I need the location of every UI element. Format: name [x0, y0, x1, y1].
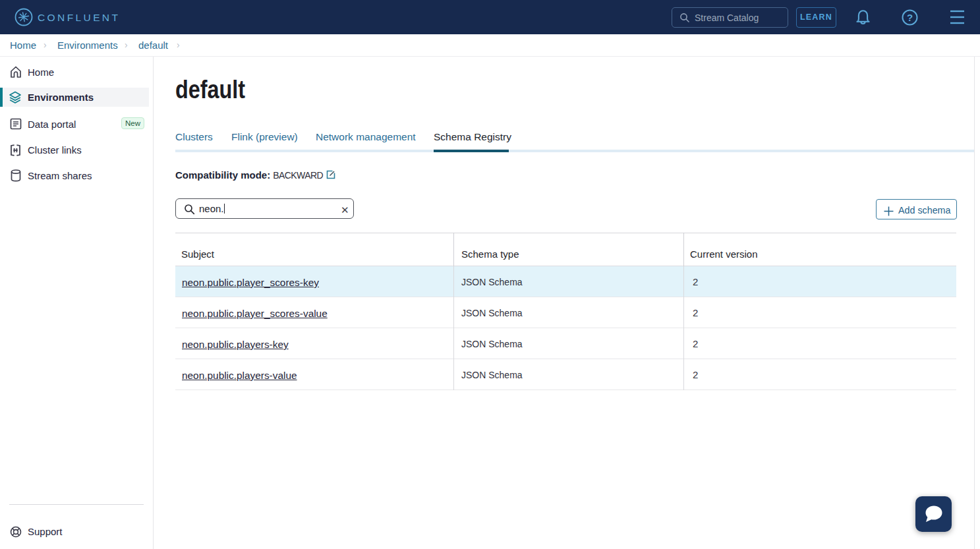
svg-text:?: ? — [907, 12, 913, 23]
